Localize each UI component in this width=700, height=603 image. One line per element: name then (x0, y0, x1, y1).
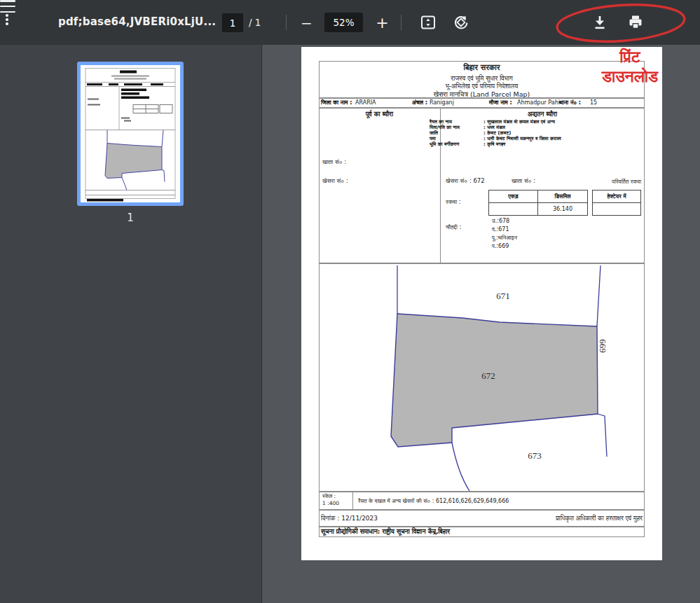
father-name-label: पिता/पति का नाम (430, 125, 460, 130)
red-caption-line2: डाउनलोड (577, 67, 682, 86)
boundaries-list: उ.:678 द.:671 पू.:थनिआइन प.:669 (492, 217, 517, 251)
red-caption-annotation: प्रिंट डाउनलोड (577, 47, 682, 86)
fit-to-page-icon (419, 13, 437, 32)
doc-details-divider (440, 108, 441, 263)
page-thumbnail[interactable] (77, 62, 184, 206)
menu-icon[interactable] (0, 0, 15, 13)
left-khesra-label: खेसरा सं० : (322, 177, 348, 185)
other-khesra-note: रैयत के दखल में अन्य खेसरों की सं० : 612… (358, 498, 509, 505)
page-count-label: / 1 (249, 17, 261, 28)
area-col-dismil: डिसमिल (538, 190, 587, 203)
plot-672-label: 672 (481, 370, 495, 381)
zoom-in-button[interactable]: + (373, 13, 392, 32)
parcel-map: 671 672 673 669 (320, 264, 644, 491)
scale-label: स्केल : (322, 493, 336, 500)
pdf-toolbar: pdf;base64,JVBERi0xLjU... 1 / 1 − 52% + (0, 0, 700, 45)
caste-label: जाति (430, 130, 438, 136)
caste-value: : केवट (कवट) (483, 130, 511, 136)
page-thumbnail-preview (81, 65, 180, 202)
page-number-input[interactable]: 1 (222, 13, 243, 32)
thana-label: थाना नं० : (559, 99, 581, 106)
thumbnail-page-number: 1 (77, 212, 184, 224)
parcel-map-box: 671 672 673 669 (319, 263, 645, 492)
current-details-header: अद्यतन ब्यौरा (440, 111, 645, 118)
boundary-north: उ.:678 (492, 217, 517, 226)
thumbnail-sidebar: 1 (0, 45, 262, 603)
plot-673-label: 673 (528, 450, 542, 461)
document-title: pdf;base64,JVBERi0xLjU... (58, 15, 216, 28)
land-class-value: : कृषि बगहर (483, 141, 505, 147)
address-label: पता (430, 136, 436, 141)
converted-area-label: परिवर्तित रकवा (582, 179, 641, 186)
rotate-button[interactable] (452, 13, 470, 32)
area-dismil-value: 36.140 (538, 203, 587, 215)
district-label: जिला का नाम : (321, 99, 352, 106)
scale-note-divider (352, 492, 353, 510)
address-value: : भारी केवट निवासी मकनपुर व जिला कटमर (483, 136, 561, 141)
area-table: एकड़ डिसमिल 36.140 (488, 190, 588, 216)
tenant-name-value: : सुखलाल मंडल वो कमल मंडल एवं अन्य (483, 119, 555, 125)
chauhaddi-label: चौहद्दी : (446, 223, 461, 231)
district-value: ARARIA (355, 99, 376, 106)
signature-label: प्राधिकृत अधिकारी का हस्ताक्षर एवं मुहर (441, 515, 643, 522)
area-col-acre: एकड़ (489, 190, 538, 203)
doc-details-box (319, 108, 645, 263)
toolbar-divider (401, 15, 402, 30)
mauja-value: Ahmadpur Pahi (517, 99, 560, 106)
date-value: दिनांक : 12/11/2023 (321, 515, 378, 522)
plot-669-label: 669 (598, 339, 608, 353)
scale-value: 1 :400 (322, 500, 339, 506)
father-name-value: : भमर मंडल (483, 125, 505, 130)
area-col-hectare: हेक्टेयर में (593, 190, 640, 203)
rotate-icon (452, 13, 470, 32)
tenant-name-label: रैयत का नाम (430, 119, 452, 125)
khesra-number: खेसरा सं० : 672 (446, 177, 485, 185)
hectare-table: हेक्टेयर में (592, 190, 641, 216)
print-icon (626, 13, 645, 32)
red-caption-line1: प्रिंट (577, 47, 682, 67)
download-button[interactable] (591, 13, 609, 32)
khata-number-label: खाता सं० : (512, 177, 535, 185)
more-options-button[interactable] (0, 13, 14, 27)
toolbar-divider (286, 15, 287, 30)
mauja-label: मौजा नाम : (489, 99, 512, 106)
fit-to-page-button[interactable] (419, 13, 437, 32)
plot-671-label: 671 (496, 291, 510, 301)
thumbnail-mini-map (81, 65, 180, 202)
circle-label: अंचल : (412, 99, 427, 106)
area-hectare-value (593, 203, 640, 215)
it-solution-label: सूचना प्रौद्योगिकी समाधान: राष्ट्रीय सूच… (321, 528, 450, 536)
circle-value: Raniganj (430, 99, 454, 106)
left-khata-label: खाता सं० : (322, 158, 346, 166)
area-acre-value (489, 203, 538, 215)
thana-value: 15 (590, 99, 597, 106)
previous-details-header: पूर्व का ब्यौरा (319, 111, 440, 118)
zoom-level-input[interactable]: 52% (324, 13, 363, 32)
boundary-west: प.:669 (492, 242, 517, 251)
print-button[interactable] (626, 13, 645, 32)
boundary-south: द.:671 (492, 226, 517, 234)
pdf-viewer-window: pdf;base64,JVBERi0xLjU... 1 / 1 − 52% + (0, 0, 700, 603)
land-class-label: भूमि का वर्गीकरण (430, 141, 459, 147)
download-icon (591, 13, 609, 32)
pdf-page: बिहार सरकार राजस्व एवं भूमि सुधार विभाग … (301, 47, 662, 560)
rakwa-label: रकवा : (446, 198, 461, 206)
boundary-east: पू.:थनिआइन (492, 234, 517, 242)
zoom-out-button[interactable]: − (297, 13, 316, 32)
